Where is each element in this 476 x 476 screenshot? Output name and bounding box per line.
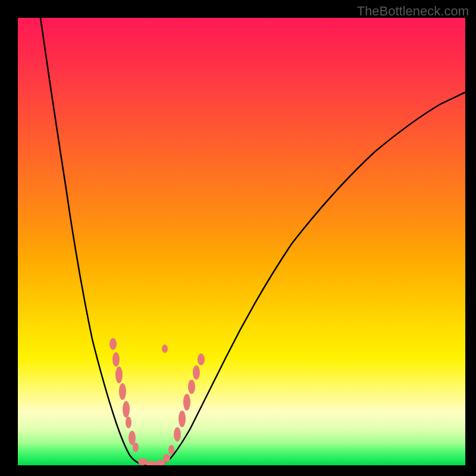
data-point-17 — [193, 365, 200, 380]
data-point-16 — [188, 380, 195, 394]
data-point-0 — [109, 338, 117, 350]
data-point-9 — [146, 461, 158, 465]
marker-group — [109, 338, 205, 465]
curve-group — [40, 18, 465, 465]
data-point-11 — [163, 454, 170, 462]
data-point-5 — [126, 416, 131, 428]
data-point-1 — [112, 352, 120, 367]
data-point-15 — [183, 394, 190, 411]
data-point-18 — [198, 353, 205, 365]
watermark-text: TheBottleneck.com — [357, 4, 469, 19]
data-point-4 — [123, 401, 130, 418]
chart-svg — [18, 18, 465, 465]
data-point-3 — [119, 383, 126, 400]
data-point-6 — [129, 431, 136, 445]
data-point-19 — [162, 345, 168, 353]
data-point-2 — [115, 367, 123, 383]
curve-right-curve — [158, 92, 465, 465]
data-point-14 — [178, 411, 186, 427]
curve-left-curve — [40, 18, 146, 465]
data-point-13 — [174, 427, 181, 441]
data-point-7 — [133, 443, 139, 452]
data-point-12 — [168, 445, 174, 455]
chart-gradient-background — [18, 18, 465, 465]
